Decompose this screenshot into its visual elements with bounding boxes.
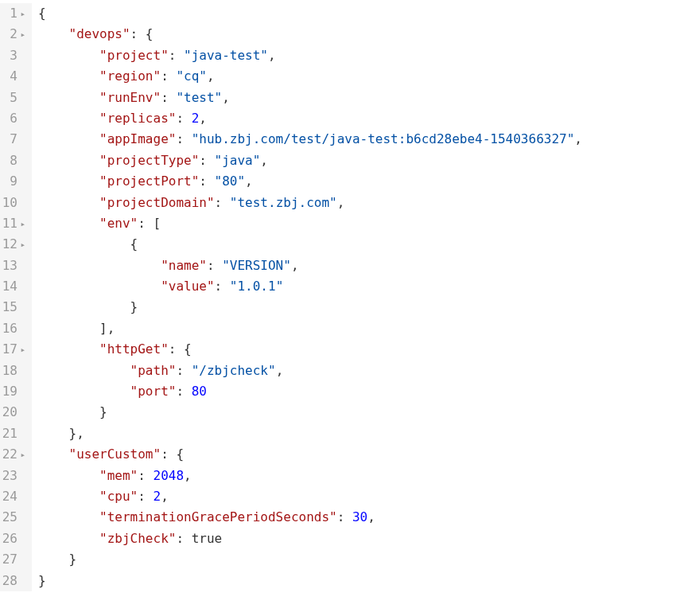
token-p: , [367, 509, 375, 524]
line-number: 22▸ [0, 444, 25, 465]
line-number-value: 16 [2, 321, 17, 336]
line-number-value: 12 [2, 236, 17, 251]
line-number: 25 [0, 507, 25, 528]
fold-marker-icon[interactable]: ▸ [19, 217, 25, 232]
code-line[interactable]: ], [38, 318, 688, 339]
token-p: , [337, 195, 345, 210]
line-number: 21 [0, 423, 25, 444]
code-line[interactable]: } [38, 549, 688, 570]
code-line[interactable]: "terminationGracePeriodSeconds": 30, [38, 507, 688, 528]
token-p: , [245, 173, 253, 189]
code-line[interactable]: "env": [ [38, 213, 688, 234]
token-p: : [176, 531, 191, 546]
code-line[interactable]: }, [38, 423, 688, 444]
code-line[interactable]: "mem": 2048, [38, 466, 688, 486]
code-line[interactable]: } [38, 571, 688, 591]
token-p: } [130, 299, 138, 314]
token-k: "appImage" [99, 131, 176, 146]
code-content[interactable]: { "devops": { "project": "java-test", "r… [32, 3, 688, 591]
token-s: "80" [215, 173, 246, 189]
token-p: : [161, 90, 176, 105]
line-number-value: 25 [2, 509, 17, 524]
line-number: 2▸ [0, 24, 25, 45]
code-line[interactable]: "name": "VERSION", [38, 255, 688, 276]
token-p: : [207, 258, 222, 273]
code-line[interactable]: "value": "1.0.1" [38, 276, 688, 297]
token-n: 2 [192, 111, 200, 126]
line-number-value: 28 [2, 573, 17, 588]
indent [38, 363, 130, 378]
code-line[interactable]: "httpGet": { [38, 339, 688, 360]
code-line[interactable]: "port": 80 [38, 381, 688, 402]
token-s: "java" [215, 153, 261, 168]
code-line[interactable]: "region": "cq", [38, 66, 688, 87]
token-k: "region" [99, 68, 161, 84]
line-number-value: 10 [2, 195, 17, 210]
indent [38, 299, 130, 314]
token-k: "cpu" [99, 489, 138, 504]
token-p: : [176, 363, 191, 378]
line-number-value: 27 [2, 552, 17, 567]
indent [38, 236, 130, 251]
token-p: } [38, 573, 46, 588]
line-number-value: 24 [2, 489, 17, 504]
line-number: 13 [0, 255, 25, 276]
token-p: , [574, 131, 582, 146]
fold-marker-icon[interactable]: ▸ [19, 7, 25, 21]
code-line[interactable]: "projectPort": "80", [38, 171, 688, 192]
token-p: : [176, 111, 191, 126]
code-line[interactable]: "appImage": "hub.zbj.com/test/java-test:… [38, 129, 688, 150]
indent [38, 48, 99, 63]
token-p: : [161, 68, 176, 84]
token-p: , [260, 153, 268, 168]
indent [38, 279, 161, 294]
code-line[interactable]: "project": "java-test", [38, 45, 688, 66]
indent [38, 509, 99, 524]
token-p: : [215, 279, 230, 294]
code-line[interactable]: { [38, 3, 688, 24]
code-line[interactable]: "replicas": 2, [38, 108, 688, 129]
token-p: , [222, 90, 230, 105]
line-number: 10 [0, 193, 25, 213]
indent [38, 216, 99, 231]
indent [38, 468, 99, 483]
token-p: : { [161, 446, 184, 462]
code-line[interactable]: } [38, 297, 688, 318]
token-p: : [138, 468, 153, 483]
code-line[interactable]: "devops": { [38, 24, 688, 45]
token-k: "projectType" [99, 153, 199, 168]
fold-marker-icon[interactable]: ▸ [19, 343, 25, 357]
token-p: , [291, 258, 299, 273]
line-number-value: 17 [2, 341, 17, 357]
token-k: "zbjCheck" [99, 531, 176, 546]
indent [38, 258, 161, 273]
token-p: }, [69, 426, 84, 441]
line-number: 17▸ [0, 339, 25, 360]
code-line[interactable]: "cpu": 2, [38, 486, 688, 507]
line-number: 7 [0, 129, 25, 150]
line-number: 16 [0, 318, 25, 339]
code-line[interactable]: "userCustom": { [38, 444, 688, 465]
token-p: : { [169, 341, 192, 357]
line-number-value: 5 [10, 90, 17, 105]
fold-marker-icon[interactable]: ▸ [19, 28, 25, 42]
code-line[interactable]: } [38, 402, 688, 423]
code-line[interactable]: "runEnv": "test", [38, 88, 688, 108]
token-p: : [176, 131, 191, 146]
token-p: : [138, 489, 153, 504]
line-number: 24 [0, 486, 25, 507]
code-line[interactable]: "zbjCheck": true [38, 528, 688, 549]
fold-marker-icon[interactable]: ▸ [19, 448, 25, 462]
token-p: , [276, 363, 284, 378]
fold-marker-icon[interactable]: ▸ [19, 238, 25, 252]
code-line[interactable]: { [38, 234, 688, 255]
code-line[interactable]: "projectDomain": "test.zbj.com", [38, 193, 688, 213]
token-p: : [337, 509, 352, 524]
token-k: "projectDomain" [99, 195, 215, 210]
code-line[interactable]: "path": "/zbjcheck", [38, 361, 688, 381]
token-n: 30 [352, 509, 367, 524]
code-line[interactable]: "projectType": "java", [38, 150, 688, 171]
token-p: : { [130, 26, 154, 41]
token-s: "test.zbj.com" [230, 195, 337, 210]
indent [38, 195, 99, 210]
